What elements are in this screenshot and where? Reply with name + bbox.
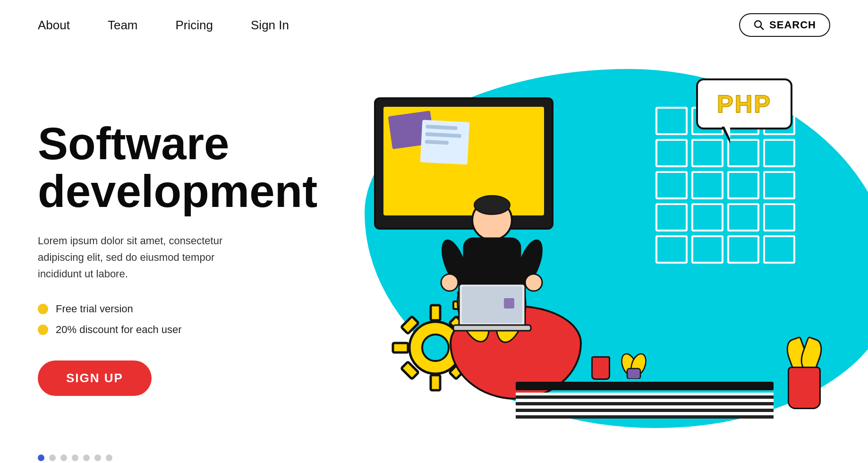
svg-rect-38 bbox=[627, 369, 640, 379]
search-label: SEARCH bbox=[769, 19, 816, 31]
features-list: Free trial version 20% discount for each… bbox=[38, 303, 317, 336]
hero-section: Software development Lorem ipsum dolor s… bbox=[0, 50, 868, 463]
grid-cell bbox=[727, 171, 759, 199]
plant-right bbox=[788, 338, 821, 409]
grid-cell bbox=[763, 203, 795, 232]
pagination-dot-2[interactable] bbox=[49, 454, 56, 461]
svg-rect-34 bbox=[453, 325, 531, 331]
bullet-dot-1 bbox=[38, 304, 48, 314]
pagination-dot-6[interactable] bbox=[94, 454, 101, 461]
grid-cell bbox=[727, 235, 759, 264]
search-button[interactable]: SEARCH bbox=[739, 13, 830, 37]
grid-cell bbox=[655, 235, 688, 264]
grid-cell bbox=[655, 139, 688, 167]
grid-cell bbox=[691, 171, 723, 199]
grid-cell bbox=[691, 139, 723, 167]
pagination-dot-5[interactable] bbox=[83, 454, 90, 461]
svg-rect-5 bbox=[431, 375, 440, 390]
nav-team[interactable]: Team bbox=[108, 18, 138, 33]
feature-item-1: Free trial version bbox=[38, 303, 317, 315]
grid-cell bbox=[763, 139, 795, 167]
php-speech-bubble: PHP bbox=[696, 78, 792, 129]
pagination-dots bbox=[38, 454, 112, 461]
desk-surface bbox=[516, 382, 774, 390]
sticky-note-white bbox=[420, 120, 470, 164]
grid-cell bbox=[655, 107, 688, 135]
search-icon bbox=[753, 19, 765, 31]
signup-button[interactable]: SIGN UP bbox=[38, 360, 152, 396]
plant-small-svg bbox=[620, 351, 648, 379]
cup-body bbox=[591, 356, 610, 380]
svg-point-23 bbox=[474, 196, 510, 214]
navbar: About Team Pricing Sign In SEARCH bbox=[0, 0, 868, 50]
plant-pot-red bbox=[788, 367, 821, 409]
grid-cell bbox=[763, 171, 795, 199]
pagination-dot-4[interactable] bbox=[72, 454, 78, 461]
svg-point-0 bbox=[755, 21, 761, 27]
grid-cell bbox=[727, 139, 759, 167]
coffee-cup bbox=[591, 356, 610, 380]
nav-signin[interactable]: Sign In bbox=[251, 18, 289, 33]
php-label: PHP bbox=[717, 90, 772, 118]
hero-left-content: Software development Lorem ipsum dolor s… bbox=[38, 120, 317, 396]
nav-pricing[interactable]: Pricing bbox=[176, 18, 213, 33]
grid-cell bbox=[691, 235, 723, 264]
pagination-dot-1[interactable] bbox=[38, 454, 44, 461]
hero-description: Lorem ipsum dolor sit amet, consectetur … bbox=[38, 232, 236, 283]
hero-title: Software development bbox=[38, 120, 317, 215]
pagination-dot-7[interactable] bbox=[106, 454, 112, 461]
grid-cell bbox=[727, 203, 759, 232]
shelf-decoration bbox=[516, 393, 774, 419]
hero-illustration: PHP bbox=[336, 69, 830, 447]
bullet-dot-2 bbox=[38, 325, 48, 335]
grid-cell bbox=[655, 171, 688, 199]
grid-building bbox=[655, 107, 816, 286]
feature-item-2: 20% discount for each user bbox=[38, 324, 317, 336]
grid-cell bbox=[763, 235, 795, 264]
svg-rect-35 bbox=[504, 298, 514, 309]
svg-rect-6 bbox=[393, 343, 408, 352]
pagination-dot-3[interactable] bbox=[60, 454, 67, 461]
svg-line-1 bbox=[760, 26, 764, 30]
nav-links: About Team Pricing Sign In bbox=[38, 18, 739, 33]
grid-cell bbox=[691, 203, 723, 232]
svg-point-30 bbox=[525, 274, 542, 291]
plant-small bbox=[620, 351, 648, 381]
nav-about[interactable]: About bbox=[38, 18, 70, 33]
desk-area bbox=[516, 343, 774, 419]
svg-point-29 bbox=[441, 274, 458, 291]
grid-cell bbox=[655, 203, 688, 232]
